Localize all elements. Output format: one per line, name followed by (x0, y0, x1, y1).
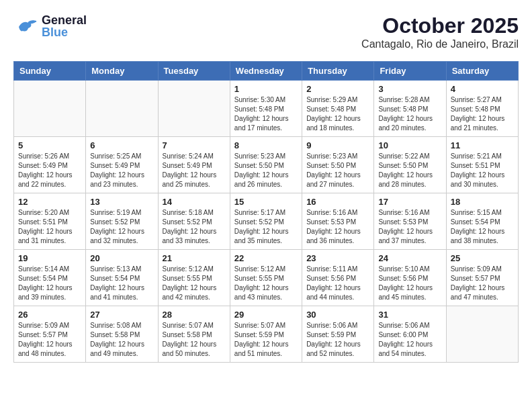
day-number: 27 (90, 310, 153, 320)
day-number: 28 (163, 310, 226, 320)
column-header-friday: Friday (374, 62, 446, 81)
day-info: Sunrise: 5:25 AM Sunset: 5:49 PM Dayligh… (90, 152, 153, 189)
day-info: Sunrise: 5:12 AM Sunset: 5:55 PM Dayligh… (234, 265, 298, 302)
day-info: Sunrise: 5:06 AM Sunset: 5:59 PM Dayligh… (306, 321, 369, 359)
calendar-table: SundayMondayTuesdayWednesdayThursdayFrid… (13, 61, 519, 363)
day-number: 9 (306, 140, 369, 150)
day-info: Sunrise: 5:07 AM Sunset: 5:59 PM Dayligh… (234, 321, 298, 359)
calendar-cell: 31Sunrise: 5:06 AM Sunset: 6:00 PM Dayli… (374, 306, 446, 363)
day-info: Sunrise: 5:06 AM Sunset: 6:00 PM Dayligh… (378, 321, 441, 359)
day-number: 14 (163, 197, 226, 207)
calendar-cell: 19Sunrise: 5:14 AM Sunset: 5:54 PM Dayli… (14, 250, 86, 306)
day-info: Sunrise: 5:24 AM Sunset: 5:49 PM Dayligh… (163, 152, 226, 189)
column-header-thursday: Thursday (302, 62, 374, 81)
week-row-3: 12Sunrise: 5:20 AM Sunset: 5:51 PM Dayli… (14, 193, 519, 250)
calendar-cell: 24Sunrise: 5:10 AM Sunset: 5:56 PM Dayli… (374, 250, 446, 306)
calendar-cell: 22Sunrise: 5:12 AM Sunset: 5:55 PM Dayli… (230, 250, 302, 306)
logo-blue-text: Blue (42, 26, 87, 38)
calendar-cell: 11Sunrise: 5:21 AM Sunset: 5:51 PM Dayli… (446, 137, 518, 193)
day-number: 25 (451, 253, 514, 263)
column-header-monday: Monday (86, 62, 158, 81)
calendar-cell (86, 81, 158, 137)
day-number: 16 (306, 197, 369, 207)
month-title: October 2025 (361, 13, 519, 38)
day-number: 6 (90, 140, 153, 150)
calendar-cell: 12Sunrise: 5:20 AM Sunset: 5:51 PM Dayli… (14, 193, 86, 250)
logo-label: General Blue (42, 14, 87, 38)
logo: General Blue (13, 13, 87, 39)
day-info: Sunrise: 5:09 AM Sunset: 5:57 PM Dayligh… (18, 321, 81, 359)
calendar-cell: 15Sunrise: 5:17 AM Sunset: 5:52 PM Dayli… (230, 193, 302, 250)
day-number: 20 (90, 253, 153, 263)
calendar-cell: 8Sunrise: 5:23 AM Sunset: 5:50 PM Daylig… (230, 137, 302, 193)
calendar-cell: 27Sunrise: 5:08 AM Sunset: 5:58 PM Dayli… (86, 306, 158, 363)
page-header: General Blue October 2025 Cantagalo, Rio… (13, 13, 519, 50)
day-info: Sunrise: 5:13 AM Sunset: 5:54 PM Dayligh… (90, 265, 153, 302)
day-info: Sunrise: 5:17 AM Sunset: 5:52 PM Dayligh… (234, 208, 298, 246)
day-number: 8 (234, 140, 298, 150)
day-info: Sunrise: 5:09 AM Sunset: 5:57 PM Dayligh… (451, 265, 514, 302)
calendar-cell: 10Sunrise: 5:22 AM Sunset: 5:50 PM Dayli… (374, 137, 446, 193)
week-row-1: 1Sunrise: 5:30 AM Sunset: 5:48 PM Daylig… (14, 81, 519, 137)
calendar-cell: 30Sunrise: 5:06 AM Sunset: 5:59 PM Dayli… (302, 306, 374, 363)
column-header-tuesday: Tuesday (158, 62, 230, 81)
day-number: 31 (378, 310, 441, 320)
day-number: 26 (18, 310, 81, 320)
day-info: Sunrise: 5:15 AM Sunset: 5:54 PM Dayligh… (451, 208, 514, 246)
calendar-header-row: SundayMondayTuesdayWednesdayThursdayFrid… (14, 62, 519, 81)
calendar-cell (446, 306, 518, 363)
calendar-cell: 20Sunrise: 5:13 AM Sunset: 5:54 PM Dayli… (86, 250, 158, 306)
day-info: Sunrise: 5:12 AM Sunset: 5:55 PM Dayligh… (163, 265, 226, 302)
week-row-5: 26Sunrise: 5:09 AM Sunset: 5:57 PM Dayli… (14, 306, 519, 363)
location: Cantagalo, Rio de Janeiro, Brazil (361, 38, 519, 50)
calendar-cell: 16Sunrise: 5:16 AM Sunset: 5:53 PM Dayli… (302, 193, 374, 250)
day-number: 24 (378, 253, 441, 263)
calendar-cell (14, 81, 86, 137)
calendar-cell: 26Sunrise: 5:09 AM Sunset: 5:57 PM Dayli… (14, 306, 86, 363)
day-number: 11 (451, 140, 514, 150)
day-info: Sunrise: 5:20 AM Sunset: 5:51 PM Dayligh… (18, 208, 81, 246)
calendar-cell: 5Sunrise: 5:26 AM Sunset: 5:49 PM Daylig… (14, 137, 86, 193)
day-number: 3 (378, 84, 441, 94)
day-info: Sunrise: 5:18 AM Sunset: 5:52 PM Dayligh… (163, 208, 226, 246)
calendar-cell: 21Sunrise: 5:12 AM Sunset: 5:55 PM Dayli… (158, 250, 230, 306)
calendar-cell: 4Sunrise: 5:27 AM Sunset: 5:48 PM Daylig… (446, 81, 518, 137)
day-number: 18 (451, 197, 514, 207)
calendar-cell: 14Sunrise: 5:18 AM Sunset: 5:52 PM Dayli… (158, 193, 230, 250)
day-number: 1 (234, 84, 298, 94)
calendar-cell (158, 81, 230, 137)
column-header-wednesday: Wednesday (230, 62, 302, 81)
day-number: 17 (378, 197, 441, 207)
day-info: Sunrise: 5:07 AM Sunset: 5:58 PM Dayligh… (163, 321, 226, 359)
calendar-cell: 1Sunrise: 5:30 AM Sunset: 5:48 PM Daylig… (230, 81, 302, 137)
calendar-cell: 18Sunrise: 5:15 AM Sunset: 5:54 PM Dayli… (446, 193, 518, 250)
day-info: Sunrise: 5:27 AM Sunset: 5:48 PM Dayligh… (451, 95, 514, 133)
calendar-cell: 6Sunrise: 5:25 AM Sunset: 5:49 PM Daylig… (86, 137, 158, 193)
week-row-2: 5Sunrise: 5:26 AM Sunset: 5:49 PM Daylig… (14, 137, 519, 193)
calendar-cell: 2Sunrise: 5:29 AM Sunset: 5:48 PM Daylig… (302, 81, 374, 137)
day-number: 12 (18, 197, 81, 207)
calendar-cell: 28Sunrise: 5:07 AM Sunset: 5:58 PM Dayli… (158, 306, 230, 363)
day-number: 19 (18, 253, 81, 263)
day-number: 23 (306, 253, 369, 263)
day-number: 2 (306, 84, 369, 94)
calendar-cell: 17Sunrise: 5:16 AM Sunset: 5:53 PM Dayli… (374, 193, 446, 250)
week-row-4: 19Sunrise: 5:14 AM Sunset: 5:54 PM Dayli… (14, 250, 519, 306)
day-info: Sunrise: 5:19 AM Sunset: 5:52 PM Dayligh… (90, 208, 153, 246)
day-number: 5 (18, 140, 81, 150)
day-number: 15 (234, 197, 298, 207)
column-header-saturday: Saturday (446, 62, 518, 81)
day-number: 4 (451, 84, 514, 94)
day-info: Sunrise: 5:11 AM Sunset: 5:56 PM Dayligh… (306, 265, 369, 302)
logo-general-text: General (42, 14, 87, 26)
calendar-cell: 25Sunrise: 5:09 AM Sunset: 5:57 PM Dayli… (446, 250, 518, 306)
calendar-cell: 3Sunrise: 5:28 AM Sunset: 5:48 PM Daylig… (374, 81, 446, 137)
day-number: 7 (163, 140, 226, 150)
day-number: 22 (234, 253, 298, 263)
day-info: Sunrise: 5:10 AM Sunset: 5:56 PM Dayligh… (378, 265, 441, 302)
day-info: Sunrise: 5:21 AM Sunset: 5:51 PM Dayligh… (451, 152, 514, 189)
day-info: Sunrise: 5:14 AM Sunset: 5:54 PM Dayligh… (18, 265, 81, 302)
day-info: Sunrise: 5:22 AM Sunset: 5:50 PM Dayligh… (378, 152, 441, 189)
logo-icon (13, 13, 39, 39)
calendar-cell: 13Sunrise: 5:19 AM Sunset: 5:52 PM Dayli… (86, 193, 158, 250)
